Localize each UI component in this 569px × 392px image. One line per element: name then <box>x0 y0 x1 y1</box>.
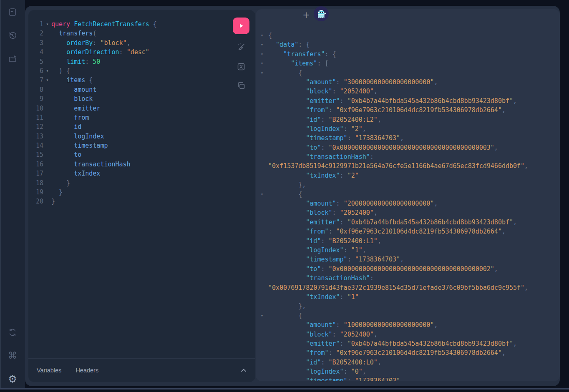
query-line[interactable]: 3 orderBy: "block", <box>28 38 255 48</box>
gutter-spacer <box>256 367 268 376</box>
gutter-spacer <box>256 283 268 292</box>
docs-icon[interactable] <box>8 7 18 17</box>
line-number: 10 <box>28 104 43 113</box>
response-line: "amount": "3000000000000000000000", <box>256 78 560 87</box>
query-line[interactable]: 5 limit: 50 <box>28 57 255 66</box>
execute-button[interactable] <box>233 18 249 34</box>
response-line: }, <box>256 302 560 311</box>
response-line: "amount": "2000000000000000000000", <box>256 199 560 208</box>
query-line[interactable]: 11 from <box>28 113 255 122</box>
gutter-spacer <box>256 302 268 311</box>
response-line: "block": "2052400", <box>256 330 560 339</box>
query-line[interactable]: 19 } <box>28 188 255 197</box>
response-line: "block": "2052400", <box>256 208 560 217</box>
fold-arrow-icon[interactable]: ▾ <box>43 66 51 75</box>
response-line: "0xf1537db85194c9129971b21e564a76cfe5e11… <box>256 161 560 171</box>
shortcuts-icon[interactable]: ⌘ <box>8 351 18 361</box>
line-number: 13 <box>28 132 43 141</box>
gutter-spacer <box>256 292 268 302</box>
gutter-spacer <box>43 48 51 57</box>
merge-fragments-icon[interactable] <box>236 62 246 72</box>
query-line[interactable]: 2 transfers( <box>28 29 255 38</box>
gutter-spacer <box>256 152 268 161</box>
query-line[interactable]: 8 amount <box>28 85 255 94</box>
query-line[interactable]: 1▾query FetchRecentTransfers { <box>28 20 255 29</box>
settings-icon[interactable]: ⚙ <box>8 374 18 384</box>
query-line[interactable]: 15 to <box>28 150 255 159</box>
gutter-spacer <box>256 274 268 283</box>
fold-arrow-icon[interactable]: ▾ <box>43 20 51 29</box>
query-line[interactable]: 10 emitter <box>28 104 255 113</box>
gutter-spacer <box>256 320 268 329</box>
gutter-spacer <box>256 330 268 339</box>
fold-arrow-icon[interactable]: ▾ <box>256 311 268 320</box>
line-number: 7 <box>28 75 43 85</box>
fold-arrow-icon[interactable]: ▾ <box>256 31 268 40</box>
history-icon[interactable] <box>8 30 18 40</box>
ghost-logo-avatar[interactable] <box>313 6 329 22</box>
fold-arrow-icon[interactable]: ▾ <box>256 68 268 78</box>
refetch-icon[interactable] <box>8 327 18 337</box>
response-line: "transactionHash": <box>256 152 560 161</box>
gutter-spacer <box>256 180 268 189</box>
query-line[interactable]: 17 txIndex <box>28 169 255 178</box>
fold-arrow-icon[interactable]: ▾ <box>256 190 268 199</box>
graphiql-app: ⌘ ⚙ 1▾query FetchRecentTransfers {2 tran… <box>0 0 569 392</box>
fold-arrow-icon[interactable]: ▾ <box>256 59 268 68</box>
line-number: 19 <box>28 188 43 197</box>
response-line: "from": "0xf96e7963c210106d4dc8219fb5343… <box>256 348 560 357</box>
gutter-spacer <box>256 199 268 208</box>
line-number: 12 <box>28 122 43 131</box>
fold-arrow-icon[interactable]: ▾ <box>256 50 268 59</box>
line-number: 17 <box>28 169 43 178</box>
line-number: 8 <box>28 85 43 94</box>
new-tab-icon[interactable] <box>8 54 18 64</box>
line-number: 16 <box>28 160 43 169</box>
query-line[interactable]: 13 logIndex <box>28 132 255 141</box>
copy-icon[interactable] <box>236 80 246 90</box>
response-line: ▾ { <box>256 311 560 320</box>
gutter-spacer <box>43 169 51 178</box>
gutter-spacer <box>256 348 268 357</box>
response-line: ▾{ <box>256 31 560 40</box>
gutter-spacer <box>256 87 268 96</box>
response-panel: ▾{▾ "data": {▾ "transfers": {▾ "items": … <box>256 9 560 381</box>
line-number: 11 <box>28 113 43 122</box>
line-number: 15 <box>28 150 43 159</box>
response-line: "to": "0x0000000000000000000000000000000… <box>256 264 560 274</box>
query-line[interactable]: 9 block <box>28 94 255 103</box>
query-line[interactable]: 12 id <box>28 122 255 131</box>
response-line: ▾ "items": [ <box>256 59 560 68</box>
gutter-spacer <box>256 246 268 255</box>
query-line[interactable]: 14 timestamp <box>28 141 255 150</box>
query-line[interactable]: 7▾ items { <box>28 75 255 85</box>
gutter-spacer <box>43 197 51 206</box>
query-code[interactable]: 1▾query FetchRecentTransfers {2 transfer… <box>28 20 255 206</box>
query-line[interactable]: 16 transactionHash <box>28 160 255 169</box>
line-number: 3 <box>28 38 43 48</box>
main-window: 1▾query FetchRecentTransfers {2 transfer… <box>25 6 560 386</box>
plus-icon[interactable]: + <box>302 10 311 20</box>
tab-variables[interactable]: Variables <box>37 367 61 374</box>
line-number: 9 <box>28 94 43 103</box>
line-number: 4 <box>28 48 43 57</box>
response-line: "id": "B2052400:L0", <box>256 358 560 367</box>
gutter-spacer <box>43 113 51 122</box>
response-line: ▾ { <box>256 190 560 199</box>
fold-arrow-icon[interactable]: ▾ <box>256 40 268 49</box>
fold-arrow-icon[interactable]: ▾ <box>43 75 51 85</box>
query-line[interactable]: 4 orderDirection: "desc" <box>28 48 255 57</box>
gutter-spacer <box>256 255 268 264</box>
query-line[interactable]: 18 } <box>28 178 255 188</box>
response-line: "logIndex": "1", <box>256 246 560 255</box>
gutter-spacer <box>43 38 51 48</box>
ghost-icon <box>313 6 329 22</box>
query-line[interactable]: 6▾ ) { <box>28 66 255 75</box>
chevron-up-icon[interactable] <box>240 368 247 373</box>
prettify-icon[interactable] <box>236 42 246 52</box>
gutter-spacer <box>256 227 268 236</box>
line-number: 18 <box>28 178 43 188</box>
response-json: ▾{▾ "data": {▾ "transfers": {▾ "items": … <box>256 31 560 381</box>
tab-headers[interactable]: Headers <box>76 367 98 374</box>
query-line[interactable]: 20} <box>28 197 255 206</box>
